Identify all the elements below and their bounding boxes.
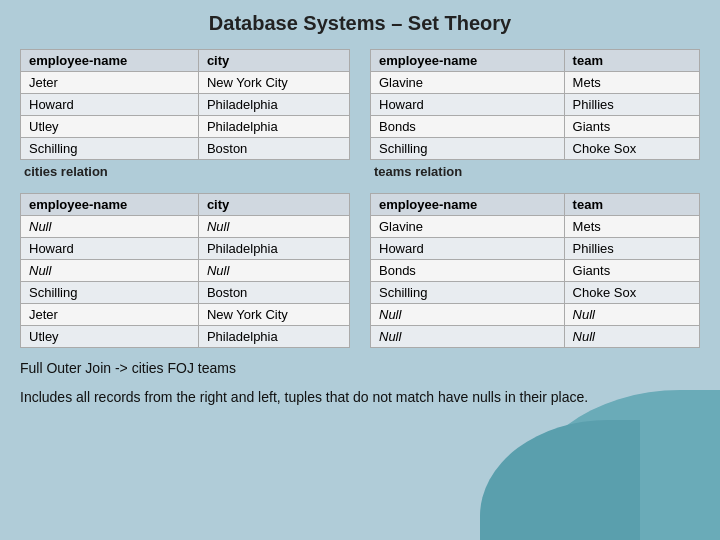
foj-teams-col-team: team: [564, 194, 699, 216]
table-cell: Utley: [21, 116, 199, 138]
bottom-tables-row: employee-name city NullNullHowardPhilade…: [20, 193, 700, 348]
table-cell: Null: [564, 326, 699, 348]
table-cell: Boston: [198, 282, 349, 304]
table-cell: Bonds: [371, 260, 565, 282]
footer-line2: Includes all records from the right and …: [20, 387, 700, 408]
table-cell: Mets: [564, 72, 699, 94]
cities-col-empname: employee-name: [21, 50, 199, 72]
table-cell: Phillies: [564, 238, 699, 260]
table-cell: Boston: [198, 138, 349, 160]
table-cell: Null: [371, 326, 565, 348]
table-cell: Howard: [21, 238, 199, 260]
table-cell: Null: [21, 260, 199, 282]
table-cell: New York City: [198, 304, 349, 326]
table-cell: New York City: [198, 72, 349, 94]
foj-cities-table-wrap: employee-name city NullNullHowardPhilade…: [20, 193, 350, 348]
table-cell: Null: [21, 216, 199, 238]
table-cell: Jeter: [21, 304, 199, 326]
table-cell: Schilling: [371, 282, 565, 304]
table-cell: Mets: [564, 216, 699, 238]
page-title: Database Systems – Set Theory: [20, 12, 700, 35]
foj-teams-col-empname: employee-name: [371, 194, 565, 216]
table-cell: Null: [564, 304, 699, 326]
table-cell: Howard: [371, 238, 565, 260]
table-cell: Philadelphia: [198, 326, 349, 348]
cities-relation-label: cities relation: [24, 164, 350, 179]
table-cell: Giants: [564, 260, 699, 282]
table-cell: Utley: [21, 326, 199, 348]
table-cell: Choke Sox: [564, 138, 699, 160]
table-cell: Bonds: [371, 116, 565, 138]
footer-line1: Full Outer Join -> cities FOJ teams: [20, 358, 700, 379]
cities-table: employee-name city JeterNew York CityHow…: [20, 49, 350, 160]
table-cell: Schilling: [21, 282, 199, 304]
table-cell: Choke Sox: [564, 282, 699, 304]
foj-cities-col-empname: employee-name: [21, 194, 199, 216]
table-cell: Null: [371, 304, 565, 326]
table-cell: Giants: [564, 116, 699, 138]
table-cell: Philadelphia: [198, 238, 349, 260]
teams-col-empname: employee-name: [371, 50, 565, 72]
table-cell: Schilling: [371, 138, 565, 160]
table-cell: Null: [198, 216, 349, 238]
foj-teams-table-wrap: employee-name team GlavineMetsHowardPhil…: [370, 193, 700, 348]
foj-cities-table: employee-name city NullNullHowardPhilade…: [20, 193, 350, 348]
cities-col-city: city: [198, 50, 349, 72]
table-cell: Philadelphia: [198, 116, 349, 138]
foj-cities-col-city: city: [198, 194, 349, 216]
table-cell: Howard: [21, 94, 199, 116]
top-tables-row: employee-name city JeterNew York CityHow…: [20, 49, 700, 187]
teams-col-team: team: [564, 50, 699, 72]
foj-teams-table: employee-name team GlavineMetsHowardPhil…: [370, 193, 700, 348]
table-cell: Null: [198, 260, 349, 282]
bg-decor2: [480, 420, 640, 540]
teams-table: employee-name team GlavineMetsHowardPhil…: [370, 49, 700, 160]
table-cell: Howard: [371, 94, 565, 116]
teams-table-wrap: employee-name team GlavineMetsHowardPhil…: [370, 49, 700, 187]
cities-table-wrap: employee-name city JeterNew York CityHow…: [20, 49, 350, 187]
teams-relation-label: teams relation: [374, 164, 700, 179]
table-cell: Phillies: [564, 94, 699, 116]
table-cell: Glavine: [371, 216, 565, 238]
table-cell: Schilling: [21, 138, 199, 160]
table-cell: Philadelphia: [198, 94, 349, 116]
table-cell: Glavine: [371, 72, 565, 94]
table-cell: Jeter: [21, 72, 199, 94]
